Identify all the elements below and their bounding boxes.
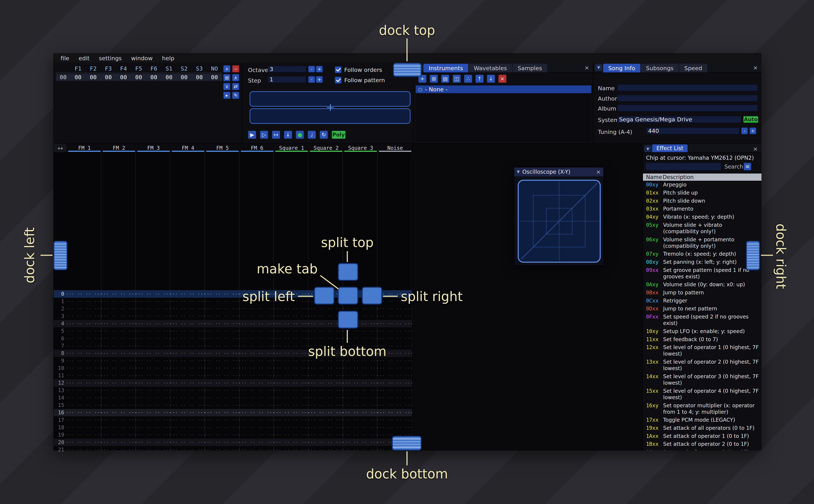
channel-header-square-2[interactable]: Square 2 — [309, 144, 343, 152]
pattern-row-16[interactable]: 16··· ·· ·· ······ ·· ·· ······ ·· ·· ··… — [54, 409, 412, 416]
add-order-button[interactable]: + — [223, 65, 230, 72]
effect-row-11xx[interactable]: 11xxSet feedback (0 to 7) — [643, 335, 761, 343]
name-field[interactable] — [617, 84, 758, 91]
pattern-cell[interactable]: ··· ·· ·· ··· — [205, 328, 239, 334]
effect-row-1Cxx[interactable]: 1CxxSet attack of operator 3 (0 to 1F) — [643, 448, 761, 450]
effect-row-05xy[interactable]: 05xyVolume slide + vibrato (compatibilit… — [643, 221, 761, 235]
pattern-cell[interactable]: ··· ·· ·· ··· — [205, 447, 239, 452]
pattern-cell[interactable]: ··· ·· ·· ··· — [101, 447, 136, 452]
pattern-cell[interactable]: ··· ·· ·· ··· — [239, 425, 274, 430]
poly-button[interactable]: Poly — [331, 131, 345, 139]
pattern-cell[interactable]: ··· ·· ·· ··· — [308, 403, 343, 408]
system-auto-button[interactable]: Auto — [743, 116, 758, 123]
pattern-cell[interactable]: ··· ·· ·· ··· — [308, 388, 343, 393]
pattern-cell[interactable]: ··· ·· ·· ··· — [377, 425, 412, 430]
order-cell[interactable]: 00 — [161, 74, 177, 81]
channel-header-fm-3[interactable]: FM 3 — [136, 144, 171, 152]
duplicate-instrument-button[interactable]: ⊞ — [430, 75, 438, 83]
effect-row-0Bxx[interactable]: 0BxxJump to pattern — [643, 289, 761, 297]
pattern-cell[interactable]: ··· ·· ·· ··· — [170, 403, 205, 408]
pattern-cell[interactable]: ··· ·· ·· ··· — [274, 417, 308, 423]
metronome-button[interactable]: ♩ — [308, 131, 316, 139]
pattern-cell[interactable]: ··· ·· ·· ··· — [343, 365, 377, 371]
pattern-cell[interactable]: ··· ·· ·· ··· — [136, 403, 170, 408]
pattern-cell[interactable]: ··· ·· ·· ··· — [101, 395, 136, 400]
pattern-cell[interactable]: ··· ·· ·· ··· — [101, 291, 136, 297]
pattern-cell[interactable]: ··· ·· ·· ··· — [101, 410, 136, 415]
pattern-cell[interactable]: ··· ·· ·· ··· — [170, 373, 205, 378]
channel-header-noise[interactable]: Noise — [378, 144, 413, 152]
split-left-target[interactable] — [314, 287, 334, 305]
pattern-cell[interactable]: ··· ·· ·· ··· — [205, 425, 239, 430]
tuning-minus-button[interactable]: - — [741, 127, 748, 134]
pattern-cell[interactable]: ··· ·· ·· ··· — [170, 425, 205, 430]
pattern-row-6[interactable]: 6··· ·· ·· ······ ·· ·· ······ ·· ·· ···… — [54, 335, 412, 342]
tab-instruments[interactable]: Instruments — [424, 64, 469, 73]
pattern-cell[interactable]: ··· ·· ·· ··· — [239, 403, 274, 408]
effect-row-16xy[interactable]: 16xySet operator multiplier (x: operator… — [643, 401, 761, 416]
pattern-cell[interactable]: ··· ·· ·· ··· — [205, 299, 239, 304]
pattern-cell[interactable]: ··· ·· ·· ··· — [205, 432, 239, 438]
pattern-cell[interactable]: ··· ·· ·· ··· — [67, 432, 101, 438]
pattern-cell[interactable]: ··· ·· ·· ··· — [136, 410, 170, 415]
pattern-cell[interactable]: ··· ·· ·· ··· — [205, 417, 239, 423]
pattern-row-14[interactable]: 14··· ·· ·· ······ ·· ·· ······ ·· ·· ··… — [54, 394, 412, 401]
split-top-target[interactable] — [338, 263, 358, 281]
tab-list-icon[interactable]: ▼ — [644, 146, 651, 152]
effect-row-03xx[interactable]: 03xxPortamento — [643, 205, 761, 213]
tab-samples[interactable]: Samples — [513, 64, 548, 73]
deep-clone-order-button[interactable]: ⇄ — [232, 83, 239, 90]
pattern-cell[interactable]: ··· ·· ·· ··· — [170, 328, 205, 334]
pattern-cell[interactable]: ··· ·· ·· ··· — [67, 328, 101, 334]
pattern-cell[interactable]: ··· ·· ·· ··· — [205, 395, 239, 400]
pattern-cell[interactable]: ··· ·· ·· ··· — [274, 410, 308, 415]
pattern-cell[interactable]: ··· ·· ·· ··· — [274, 358, 308, 363]
play-button[interactable]: ▶ — [248, 131, 256, 139]
pattern-cell[interactable]: ··· ·· ·· ··· — [308, 417, 343, 423]
piano-keyboard[interactable] — [249, 91, 411, 125]
close-icon[interactable]: × — [596, 169, 601, 175]
pattern-cell[interactable]: ··· ·· ·· ··· — [377, 388, 412, 393]
effect-row-07xy[interactable]: 07xyTremolo (x: speed; y: depth) — [643, 250, 761, 258]
pattern-cell[interactable]: ··· ·· ·· ··· — [343, 388, 377, 393]
pattern-cell[interactable]: ··· ·· ·· ··· — [239, 336, 274, 341]
remove-order-button[interactable]: − — [232, 65, 239, 72]
pattern-cell[interactable]: ··· ·· ·· ··· — [343, 440, 377, 445]
effect-row-04xy[interactable]: 04xyVibrato (x: speed; y: depth) — [643, 213, 761, 221]
step-input[interactable] — [268, 76, 306, 83]
album-field[interactable] — [617, 105, 758, 111]
effect-row-08xy[interactable]: 08xySet panning (x: left; y: right) — [643, 258, 761, 266]
pattern-cell[interactable]: ··· ·· ·· ··· — [67, 299, 101, 304]
author-field[interactable] — [617, 95, 758, 102]
pattern-cell[interactable]: ··· ·· ·· ··· — [239, 373, 274, 378]
channel-header-fm-5[interactable]: FM 5 — [205, 144, 240, 152]
oscilloscope-title-bar[interactable]: ▼ Oscilloscope (X-Y) × — [514, 167, 603, 176]
pattern-cell[interactable]: ··· ·· ·· ··· — [170, 365, 205, 371]
pattern-cell[interactable]: ··· ·· ·· ··· — [205, 358, 239, 363]
pattern-cell[interactable]: ··· ·· ·· ··· — [136, 417, 170, 423]
pattern-cell[interactable]: ··· ·· ·· ··· — [136, 380, 170, 386]
effect-row-06xy[interactable]: 06xyVolume slide + portamento (compatibi… — [643, 235, 761, 250]
pattern-cell[interactable]: ··· ·· ·· ··· — [274, 343, 308, 349]
pattern-cell[interactable]: ··· ·· ·· ··· — [343, 432, 377, 438]
dock-left-target[interactable] — [53, 241, 67, 270]
pattern-cell[interactable]: ··· ·· ·· ··· — [136, 321, 170, 326]
pattern-cell[interactable]: ··· ·· ·· ··· — [101, 417, 136, 423]
pattern-cell[interactable]: ··· ·· ·· ··· — [136, 313, 170, 319]
move-instrument-down-button[interactable]: ↓ — [487, 75, 495, 83]
pattern-cell[interactable]: ··· ·· ·· ··· — [308, 380, 343, 386]
collapse-icon[interactable]: ▼ — [517, 170, 520, 174]
pattern-row-10[interactable]: 10··· ·· ·· ······ ·· ·· ······ ·· ·· ··… — [54, 364, 412, 372]
pattern-cell[interactable]: ··· ·· ·· ··· — [67, 403, 101, 408]
pattern-cell[interactable]: ··· ·· ·· ··· — [67, 365, 101, 371]
pattern-cell[interactable]: ··· ·· ·· ··· — [274, 425, 308, 430]
pattern-cell[interactable]: ··· ·· ·· ··· — [205, 343, 239, 349]
save-instrument-button[interactable]: ◫ — [453, 75, 461, 83]
pattern-cell[interactable]: ··· ·· ·· ··· — [136, 351, 170, 356]
pattern-cell[interactable]: ··· ·· ·· ··· — [308, 395, 343, 400]
pattern-cell[interactable]: ··· ·· ·· ··· — [101, 380, 136, 386]
pattern-cell[interactable]: ··· ·· ·· ··· — [170, 388, 205, 393]
pattern-cell[interactable]: ··· ·· ·· ··· — [67, 336, 101, 341]
pattern-cell[interactable]: ··· ·· ·· ··· — [170, 380, 205, 386]
order-cell[interactable]: 00 — [131, 74, 146, 81]
